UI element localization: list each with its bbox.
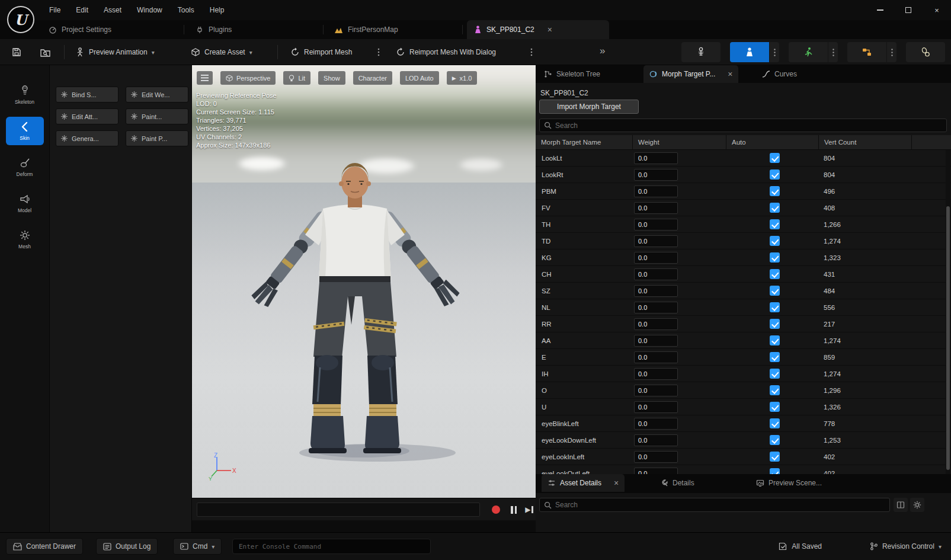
- tab-first-person-map[interactable]: FirstPersonMap: [327, 20, 405, 39]
- perspective-dropdown[interactable]: Perspective: [220, 71, 276, 85]
- preview-character-mesh[interactable]: [225, 147, 485, 472]
- auto-checkbox[interactable]: [770, 302, 780, 312]
- auto-checkbox[interactable]: [770, 452, 780, 462]
- table-row[interactable]: U 0.0 1,326: [536, 399, 951, 415]
- close-tab-icon[interactable]: ×: [547, 25, 552, 34]
- tool-button[interactable]: Edit We...: [126, 87, 188, 103]
- menu-file[interactable]: File: [41, 0, 68, 20]
- weight-input[interactable]: 0.0: [634, 235, 678, 247]
- weight-input[interactable]: 0.0: [634, 252, 678, 264]
- details-searchbox[interactable]: [539, 498, 890, 512]
- toolbar-overflow-chevron[interactable]: »: [600, 45, 605, 57]
- 3d-viewport[interactable]: Perspective Lit Show Character LOD Auto …: [192, 65, 536, 498]
- step-forward-button[interactable]: ▶: [523, 503, 536, 516]
- console-command-input[interactable]: [239, 543, 424, 551]
- tool-button[interactable]: Bind S...: [56, 87, 119, 103]
- table-row[interactable]: LookLt 0.0 804: [536, 150, 951, 167]
- table-row[interactable]: RR 0.0 217: [536, 316, 951, 332]
- table-row[interactable]: E 0.0 859: [536, 349, 951, 366]
- table-row[interactable]: O 0.0 1,296: [536, 382, 951, 399]
- weight-input[interactable]: 0.0: [634, 335, 678, 347]
- mesh-editor-button[interactable]: [730, 42, 769, 62]
- auto-checkbox[interactable]: [770, 418, 780, 428]
- playback-speed-button[interactable]: ▶ x1.0: [447, 71, 478, 85]
- lit-dropdown[interactable]: Lit: [283, 71, 310, 85]
- table-row[interactable]: eyeLookInLeft 0.0 402: [536, 449, 951, 465]
- search-input[interactable]: [555, 501, 885, 509]
- character-dropdown[interactable]: Character: [353, 71, 392, 85]
- auto-checkbox[interactable]: [770, 169, 780, 180]
- table-row[interactable]: CH 0.0 431: [536, 266, 951, 283]
- table-row[interactable]: TD 0.0 1,274: [536, 233, 951, 249]
- mode-model[interactable]: Model: [6, 189, 44, 217]
- weight-input[interactable]: 0.0: [634, 185, 678, 197]
- weight-input[interactable]: 0.0: [634, 302, 678, 313]
- table-row[interactable]: eyeLookOutLeft 0.0 402: [536, 465, 951, 474]
- auto-checkbox[interactable]: [770, 369, 780, 379]
- auto-checkbox[interactable]: [770, 186, 780, 196]
- revision-control-dropdown[interactable]: Revision Control ▾: [870, 538, 942, 555]
- table-row[interactable]: IH 0.0 1,274: [536, 366, 951, 382]
- weight-input[interactable]: 0.0: [634, 434, 678, 446]
- browse-to-asset-button[interactable]: [36, 42, 55, 62]
- menu-asset[interactable]: Asset: [96, 0, 129, 20]
- cmd-dropdown[interactable]: Cmd ▾: [173, 538, 222, 555]
- table-row[interactable]: eyeLookDownLeft 0.0 1,253: [536, 432, 951, 449]
- mode-skeleton[interactable]: Skeleton: [6, 81, 44, 109]
- table-row[interactable]: PBM 0.0 496: [536, 183, 951, 200]
- content-drawer-button[interactable]: Content Drawer: [6, 538, 83, 555]
- reimport-mesh-with-dialog-button[interactable]: Reimport Mesh With Dialog: [391, 42, 501, 62]
- auto-checkbox[interactable]: [770, 286, 780, 296]
- tool-button[interactable]: Genera...: [56, 130, 119, 146]
- animation-editor-options[interactable]: [828, 42, 838, 62]
- tab-skeleton-tree[interactable]: Skeleton Tree: [538, 65, 606, 83]
- mode-deform[interactable]: Deform: [6, 153, 44, 181]
- scrollbar-thumb[interactable]: [946, 206, 950, 470]
- weight-input[interactable]: 0.0: [634, 468, 678, 474]
- table-row[interactable]: AA 0.0 1,274: [536, 332, 951, 349]
- auto-checkbox[interactable]: [770, 252, 780, 263]
- create-asset-dropdown[interactable]: Create Asset ▾: [186, 42, 257, 62]
- tab-asset-details[interactable]: Asset Details ×: [542, 474, 625, 492]
- close-tab-icon[interactable]: ×: [614, 479, 619, 487]
- weight-input[interactable]: 0.0: [634, 385, 678, 396]
- detail-settings-button[interactable]: [910, 498, 924, 512]
- animation-editor-button[interactable]: [789, 42, 828, 62]
- tab-morph-target-previewer[interactable]: Morph Target P... ×: [643, 65, 738, 83]
- viewport-menu-button[interactable]: [197, 71, 213, 85]
- preview-animation-dropdown[interactable]: Preview Animation ▾: [71, 42, 159, 62]
- morph-target-searchbox[interactable]: [539, 119, 947, 132]
- close-tab-icon[interactable]: ×: [728, 70, 732, 78]
- tool-button[interactable]: Paint P...: [126, 130, 188, 146]
- console-command-box[interactable]: [232, 539, 431, 554]
- skeleton-editor-button[interactable]: [681, 42, 721, 62]
- table-row[interactable]: TH 0.0 1,266: [536, 216, 951, 233]
- column-header-auto[interactable]: Auto: [726, 135, 819, 150]
- weight-input[interactable]: 0.0: [634, 268, 678, 280]
- table-row[interactable]: LookRt 0.0 804: [536, 167, 951, 183]
- weight-input[interactable]: 0.0: [634, 318, 678, 330]
- weight-input[interactable]: 0.0: [634, 202, 678, 214]
- pause-button[interactable]: [507, 503, 520, 516]
- tab-curves[interactable]: Curves: [756, 65, 803, 83]
- minimize-button[interactable]: [866, 0, 894, 20]
- tab-project-settings[interactable]: Project Settings: [41, 20, 119, 39]
- blueprint-editor-button[interactable]: [847, 42, 886, 62]
- weight-input[interactable]: 0.0: [634, 219, 678, 231]
- table-row[interactable]: eyeBlinkLeft 0.0 778: [536, 415, 951, 432]
- column-header-vert-count[interactable]: Vert Count: [819, 135, 912, 150]
- table-row[interactable]: KG 0.0 1,323: [536, 249, 951, 266]
- close-button[interactable]: ×: [923, 0, 951, 20]
- auto-checkbox[interactable]: [770, 468, 780, 474]
- physics-editor-button[interactable]: [906, 42, 945, 62]
- weight-input[interactable]: 0.0: [634, 285, 678, 297]
- weight-input[interactable]: 0.0: [634, 451, 678, 463]
- blueprint-editor-options[interactable]: [886, 42, 896, 62]
- reimport-mesh-button[interactable]: Reimport Mesh: [286, 42, 357, 62]
- timeline-scrubber[interactable]: [197, 503, 480, 517]
- auto-checkbox[interactable]: [770, 269, 780, 279]
- menu-help[interactable]: Help: [202, 0, 232, 20]
- menu-window[interactable]: Window: [129, 0, 170, 20]
- search-input[interactable]: [555, 121, 942, 130]
- maximize-button[interactable]: [894, 0, 923, 20]
